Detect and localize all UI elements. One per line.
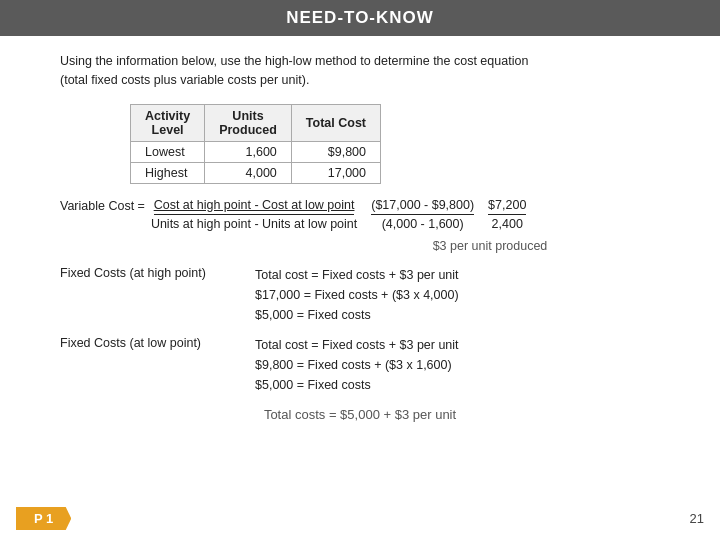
per-unit-text: $3 per unit produced xyxy=(433,239,548,253)
per-unit-label: $3 per unit produced xyxy=(320,239,660,253)
row-lowest-units: 1,600 xyxy=(205,141,292,162)
main-content: Using the information below, use the hig… xyxy=(0,36,720,432)
page-number: 21 xyxy=(690,511,704,526)
fc-low-line3: $5,000 = Fixed costs xyxy=(255,375,459,395)
row-highest-units: 4,000 xyxy=(205,162,292,183)
vc-final-numerator: $7,200 xyxy=(488,198,526,215)
col-header-level: ActivityLevel xyxy=(131,104,205,141)
fixed-cost-low-row: Fixed Costs (at low point) Total cost = … xyxy=(60,335,660,395)
fixed-costs-section: Fixed Costs (at high point) Total cost =… xyxy=(60,265,660,395)
vc-final: $7,200 2,400 xyxy=(488,198,526,231)
vc-result-numerator: ($17,000 - $9,800) xyxy=(371,198,474,215)
col-header-cost: Total Cost xyxy=(291,104,380,141)
fc-high-line2: $17,000 = Fixed costs + ($3 x 4,000) xyxy=(255,285,459,305)
intro-line2: (total fixed costs plus variable costs p… xyxy=(60,73,309,87)
vc-denominator: Units at high point - Units at low point xyxy=(151,217,357,231)
col-header-units: UnitsProduced xyxy=(205,104,292,141)
fc-high-line1: Total cost = Fixed costs + $3 per unit xyxy=(255,265,459,285)
page-header: NEED-TO-KNOW xyxy=(0,0,720,36)
header-title: NEED-TO-KNOW xyxy=(286,8,434,27)
footer: P 1 21 xyxy=(0,507,720,530)
vc-result-denominator: (4,000 - 1,600) xyxy=(382,217,464,231)
fc-high-detail: Total cost = Fixed costs + $3 per unit $… xyxy=(255,265,459,325)
total-cost-text: Total costs = $5,000 + $3 per unit xyxy=(264,407,456,422)
variable-cost-section: Variable Cost = Cost at high point - Cos… xyxy=(60,198,660,231)
row-lowest-cost: $9,800 xyxy=(291,141,380,162)
row-highest-label: Highest xyxy=(131,162,205,183)
vc-result: ($17,000 - $9,800) (4,000 - 1,600) xyxy=(371,198,474,231)
vc-numerator: Cost at high point - Cost at low point xyxy=(154,198,355,215)
table-row: Lowest 1,600 $9,800 xyxy=(131,141,381,162)
intro-line1: Using the information below, use the hig… xyxy=(60,54,528,68)
row-highest-cost: 17,000 xyxy=(291,162,380,183)
fc-low-detail: Total cost = Fixed costs + $3 per unit $… xyxy=(255,335,459,395)
fc-low-line2: $9,800 = Fixed costs + ($3 x 1,600) xyxy=(255,355,459,375)
activity-table: ActivityLevel UnitsProduced Total Cost L… xyxy=(130,104,381,184)
vc-final-denominator: 2,400 xyxy=(492,217,523,231)
fixed-cost-high-row: Fixed Costs (at high point) Total cost =… xyxy=(60,265,660,325)
vc-label: Variable Cost = xyxy=(60,198,145,213)
fc-high-label: Fixed Costs (at high point) xyxy=(60,265,255,280)
fc-low-line1: Total cost = Fixed costs + $3 per unit xyxy=(255,335,459,355)
table-row: Highest 4,000 17,000 xyxy=(131,162,381,183)
fc-high-line3: $5,000 = Fixed costs xyxy=(255,305,459,325)
fc-low-label: Fixed Costs (at low point) xyxy=(60,335,255,350)
total-cost-line: Total costs = $5,000 + $3 per unit xyxy=(60,407,660,422)
activity-table-wrapper: ActivityLevel UnitsProduced Total Cost L… xyxy=(130,104,660,184)
intro-text: Using the information below, use the hig… xyxy=(60,52,660,90)
vc-fraction: Cost at high point - Cost at low point U… xyxy=(151,198,357,231)
p1-badge: P 1 xyxy=(16,507,71,530)
row-lowest-label: Lowest xyxy=(131,141,205,162)
